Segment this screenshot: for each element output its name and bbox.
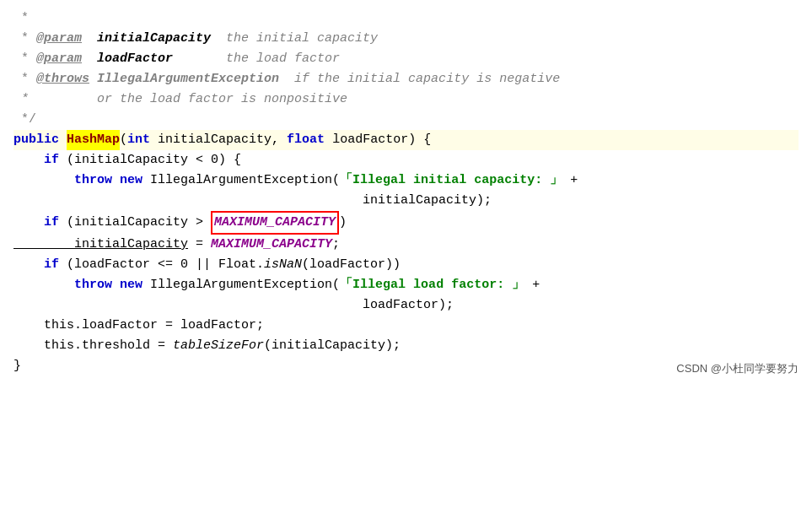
keyword-new2: new [120,275,143,295]
indent [13,150,44,170]
comment-star: * [13,49,36,69]
string-literal2: 「Illegal load factor: 」 [340,275,524,295]
code-line: loadFactor); [13,295,799,316]
max-capacity-const: MAXIMUM_CAPACITY [211,235,332,255]
method-signature-line: public HashMap(int initialCapacity, floa… [13,130,799,150]
comment-space [82,29,97,49]
concat2: + [524,275,540,295]
code-line: * @throws IllegalArgumentException if th… [13,69,799,89]
keyword-if: if [44,255,59,275]
code-line: initialCapacity); [13,191,799,211]
comment-text: * [13,8,29,29]
space [59,130,67,150]
throws-tag: @throws [36,69,89,89]
exception-call2: IllegalArgumentException( [143,275,340,295]
param1: initialCapacity, [150,130,287,150]
semicolon: ; [332,235,340,255]
throws-desc: if the initial capacity is negative [279,69,560,89]
indent [13,255,44,275]
code-line: * [13,8,799,29]
code-line: * @param loadFactor the load factor [13,49,799,69]
this-threshold-prefix: this.threshold = [13,336,173,356]
space2 [112,275,120,295]
lf-condition: (loadFactor <= 0 || Float. [59,255,264,275]
space [112,170,120,191]
comment-space [89,69,97,89]
indent [13,275,74,295]
continuation2: loadFactor); [13,295,454,316]
continuation: initialCapacity); [13,191,492,211]
indent [13,170,74,191]
exception-call: IllegalArgumentException( [143,170,340,191]
comment-star: * [13,69,36,89]
keyword-if: if [44,150,59,170]
closing-brace: } [13,356,21,376]
paren-open: ( [120,130,127,150]
keyword-throw2: throw [74,275,112,295]
assign: = [188,235,211,255]
string-literal: 「Illegal initial capacity: 」 [340,170,562,191]
param-desc: the initial capacity [211,29,378,49]
param-tag: @param [36,29,82,49]
tablesizefor-func: tableSizeFor [173,336,264,356]
isnan-func: isNaN [264,255,302,275]
condition-prefix: (initialCapacity > [59,213,211,233]
indent-underline: initialCapacity [13,235,188,255]
param-desc: the load factor [173,49,340,69]
param-name: initialCapacity [97,29,211,49]
keyword-if: if [44,213,59,233]
code-line: * @param initialCapacity the initial cap… [13,29,799,49]
indent [13,213,44,233]
code-line: */ [13,110,799,130]
keyword-new: new [120,170,143,191]
code-line: throw new IllegalArgumentException(「Ille… [13,275,799,295]
param-tag: @param [36,49,82,69]
code-line: if (initialCapacity < 0) { [13,150,799,170]
this-lf: this.loadFactor = loadFactor; [13,316,264,336]
code-line: this.threshold = tableSizeFor(initialCap… [13,336,799,356]
code-line: if (loadFactor <= 0 || Float.isNaN(loadF… [13,255,799,275]
code-line: this.loadFactor = loadFactor; [13,316,799,336]
code-line: * or the load factor is nonpositive [13,89,799,110]
throws-class: IllegalArgumentException [97,69,279,89]
comment-end: */ [13,110,36,130]
concat: + [562,170,578,191]
code-line-max: if (initialCapacity > MAXIMUM_CAPACITY) [13,211,799,235]
code-line: throw new IllegalArgumentException(「Ille… [13,170,799,191]
code-line: initialCapacity = MAXIMUM_CAPACITY; [13,235,799,255]
watermark: CSDN @小杜同学要努力 [676,360,799,378]
type-int: int [127,130,150,150]
param2: loadFactor) { [325,130,431,150]
max-capacity-boxed: MAXIMUM_CAPACITY [211,211,339,235]
code-container: * * @param initialCapacity the initial c… [0,0,812,385]
this-threshold-suffix: (initialCapacity); [264,336,401,356]
keyword-public: public [13,130,59,150]
keyword-throw: throw [74,170,112,191]
comment-space [82,49,97,69]
type-float: float [287,130,325,150]
condition: (initialCapacity < 0) { [59,150,241,170]
condition-suffix: ) [339,213,347,233]
method-name: HashMap [67,130,120,150]
comment-star: * [13,29,36,49]
comment-continuation: * or the load factor is nonpositive [13,89,347,110]
param-name: loadFactor [97,49,173,69]
lf-cond-end: (loadFactor)) [302,255,401,275]
